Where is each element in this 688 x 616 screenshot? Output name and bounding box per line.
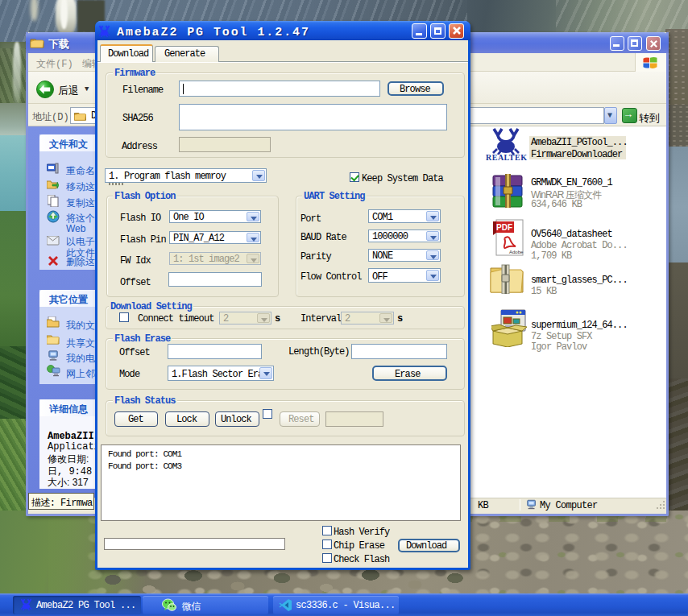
svg-text:PDF: PDF bbox=[496, 223, 512, 232]
svg-text:Adobe: Adobe bbox=[509, 250, 524, 254]
